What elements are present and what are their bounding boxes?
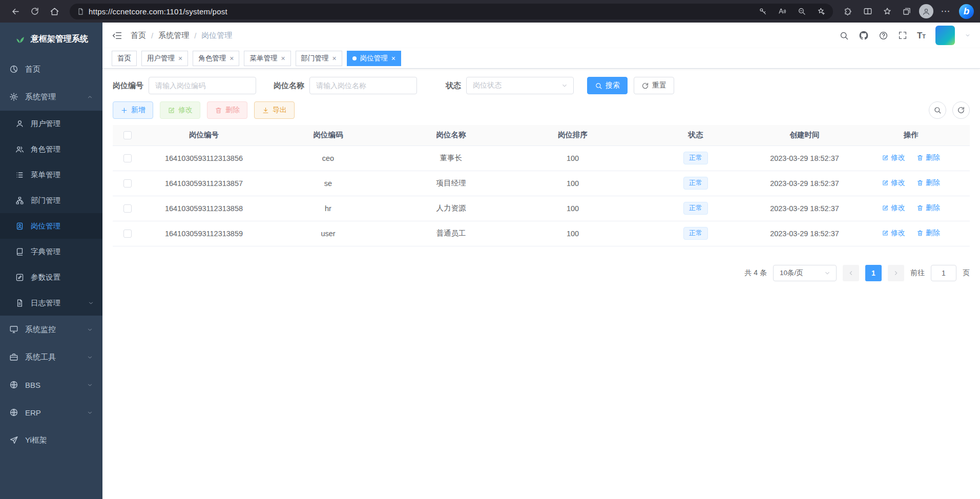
tab-posts[interactable]: 岗位管理 × (347, 51, 401, 66)
export-button[interactable]: 导出 (254, 101, 295, 119)
fullscreen-button[interactable] (898, 31, 907, 40)
prev-page-button[interactable] (843, 265, 859, 281)
row-edit-button[interactable]: 修改 (882, 203, 905, 213)
dashboard-icon (9, 65, 18, 74)
row-delete-button[interactable]: 删除 (916, 153, 940, 162)
tab-menus[interactable]: 菜单管理 × (244, 51, 290, 66)
sidebar-item-home[interactable]: 首页 (0, 55, 102, 83)
browser-back-button[interactable] (6, 3, 25, 20)
table-row[interactable]: 1641030593112313859 user 普通员工 100 正常 202… (113, 221, 970, 246)
add-button[interactable]: 新增 (113, 101, 153, 119)
tab-close-icon[interactable]: × (281, 55, 285, 62)
row-delete-button[interactable]: 删除 (916, 228, 940, 238)
favorites-button[interactable] (878, 3, 896, 20)
sidebar-item-users[interactable]: 用户管理 (0, 111, 102, 136)
row-edit-button[interactable]: 修改 (882, 178, 905, 188)
breadcrumb-item-home[interactable]: 首页 (131, 31, 146, 40)
site-info-icon[interactable] (77, 8, 85, 15)
sidebar-item-logs[interactable]: 日志管理 (0, 290, 102, 316)
page-content: 岗位编号 岗位名称 状态 岗位状态 搜索 (102, 69, 980, 499)
next-page-button[interactable] (888, 265, 904, 281)
add-favorite-button[interactable] (814, 5, 829, 18)
url-text[interactable]: https://ccnetcore.com:1101/system/post (89, 7, 751, 16)
browser-profile-avatar[interactable] (919, 4, 933, 18)
select-all-checkbox[interactable] (123, 131, 132, 139)
sidebar-item-roles[interactable]: 角色管理 (0, 136, 102, 162)
row-delete-button[interactable]: 删除 (916, 178, 940, 188)
browser-menu-button[interactable]: ⋯ (936, 3, 955, 20)
sidebar-item-bbs[interactable]: BBS (0, 371, 102, 399)
sidebar-item-erp[interactable]: ERP (0, 399, 102, 426)
row-checkbox[interactable] (123, 230, 132, 238)
row-checkbox[interactable] (123, 179, 132, 188)
table-row[interactable]: 1641030593112313856 ceo 董事长 100 正常 2023-… (113, 145, 970, 171)
sidebar-item-departments[interactable]: 部门管理 (0, 188, 102, 213)
edit-icon (882, 154, 889, 161)
row-edit-button[interactable]: 修改 (882, 153, 905, 162)
font-size-button[interactable]: TT (917, 31, 926, 40)
post-code-input[interactable] (149, 77, 256, 94)
sidebar-item-monitoring[interactable]: 系统监控 (0, 316, 102, 343)
log-file-icon (15, 299, 24, 307)
system-submenu: 用户管理 角色管理 菜单管理 部门管理 岗位管理 (0, 111, 102, 316)
page-size-select[interactable]: 10条/页 (773, 265, 837, 281)
zoom-out-icon (798, 7, 806, 15)
browser-refresh-button[interactable] (26, 3, 44, 20)
table-row[interactable]: 1641030593112313858 hr 人力资源 100 正常 2023-… (113, 196, 970, 221)
delete-button[interactable]: 删除 (207, 101, 247, 119)
sidebar-collapse-button[interactable] (112, 30, 122, 41)
refresh-table-button[interactable] (952, 101, 970, 119)
extensions-button[interactable] (839, 3, 858, 20)
table-row[interactable]: 1641030593112313857 se 项目经理 100 正常 2023-… (113, 171, 970, 196)
status-select[interactable]: 岗位状态 (466, 77, 574, 94)
sidebar-item-dictionary[interactable]: 字典管理 (0, 239, 102, 264)
github-link-button[interactable] (859, 30, 869, 40)
sidebar-item-yi-framework[interactable]: Yi框架 (0, 426, 102, 454)
breadcrumb-item-system[interactable]: 系统管理 (158, 31, 189, 40)
browser-address-bar[interactable]: https://ccnetcore.com:1101/system/post (70, 4, 833, 19)
tab-close-icon[interactable]: × (332, 55, 337, 62)
pagination-total: 共 4 条 (744, 268, 767, 278)
tab-roles[interactable]: 角色管理 × (193, 51, 239, 66)
copilot-icon[interactable]: b (959, 4, 974, 19)
zoom-out-button[interactable] (794, 5, 809, 18)
row-delete-button[interactable]: 删除 (916, 203, 940, 213)
sidebar-item-posts[interactable]: 岗位管理 (0, 213, 102, 239)
tab-close-icon[interactable]: × (178, 55, 182, 62)
header-search-button[interactable] (839, 31, 849, 40)
row-checkbox[interactable] (123, 154, 132, 162)
toggle-search-button[interactable] (929, 101, 946, 119)
leaf-logo-icon (14, 33, 26, 45)
help-button[interactable] (879, 31, 888, 40)
users-icon (15, 145, 24, 154)
sidebar-item-system[interactable]: 系统管理 (0, 83, 102, 111)
sidebar-item-parameters[interactable]: 参数设置 (0, 264, 102, 290)
trash-icon (916, 179, 924, 186)
row-edit-button[interactable]: 修改 (882, 228, 905, 238)
page-1-button[interactable]: 1 (865, 265, 882, 281)
row-checkbox[interactable] (123, 204, 132, 213)
tab-users[interactable]: 用户管理 × (141, 51, 188, 66)
tab-close-icon[interactable]: × (391, 55, 395, 62)
sidebar-item-menus[interactable]: 菜单管理 (0, 162, 102, 188)
post-name-input[interactable] (309, 77, 417, 94)
read-aloud-button[interactable] (775, 5, 790, 18)
download-icon (262, 107, 269, 114)
chevron-down-icon (561, 82, 568, 89)
chevron-down-icon (88, 300, 94, 306)
goto-page-input[interactable] (931, 265, 956, 281)
tab-close-icon[interactable]: × (230, 55, 234, 62)
sidebar-item-tools[interactable]: 系统工具 (0, 343, 102, 371)
sidebar: 意框架管理系统 首页 系统管理 用户管理 角色管理 (0, 23, 102, 499)
collections-button[interactable] (898, 3, 916, 20)
edit-button[interactable]: 修改 (160, 101, 200, 119)
reset-button[interactable]: 重置 (634, 77, 674, 94)
split-screen-button[interactable] (859, 3, 877, 20)
tab-departments[interactable]: 部门管理 × (296, 51, 342, 66)
password-manager-button[interactable] (755, 5, 770, 18)
user-avatar[interactable] (935, 26, 955, 45)
search-button[interactable]: 搜索 (587, 77, 628, 94)
browser-home-button[interactable] (45, 3, 64, 20)
tab-home[interactable]: 首页 (112, 51, 137, 66)
avatar-caret-icon[interactable] (965, 32, 971, 38)
